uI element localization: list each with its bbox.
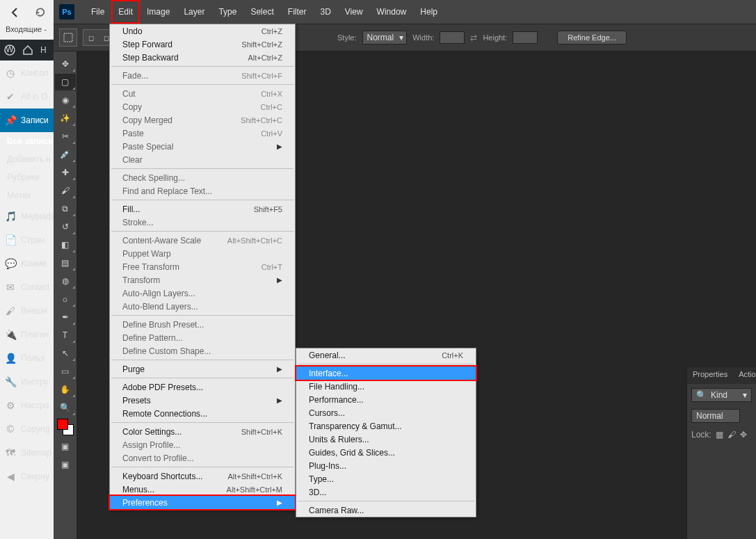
menu-item-preferences[interactable]: Preferences▶ — [110, 496, 295, 509]
wp-menu-item[interactable]: 🔌Плагин — [0, 323, 54, 346]
menu-item-color-settings[interactable]: Color Settings...Shift+Ctrl+K — [110, 425, 295, 438]
tab-actions[interactable]: Action — [733, 367, 756, 384]
wp-submenu-item[interactable]: Добавить н — [0, 150, 54, 168]
menu-item-adobe-pdf-presets[interactable]: Adobe PDF Presets... — [110, 380, 295, 394]
style-dropdown[interactable]: Normal▾ — [362, 31, 408, 45]
wp-menu-item[interactable]: 💬Комме — [0, 252, 54, 275]
menu-view[interactable]: View — [338, 0, 370, 24]
height-input[interactable] — [513, 31, 538, 44]
tool-eyedropper[interactable]: 💉 — [55, 146, 76, 163]
menu-item-purge[interactable]: Purge▶ — [110, 362, 295, 376]
tool-type[interactable]: T — [55, 327, 76, 344]
tool-shape[interactable]: ▭ — [55, 363, 76, 380]
menu-select[interactable]: Select — [243, 0, 280, 24]
tool-dodge[interactable]: ☼ — [55, 291, 76, 307]
wp-menu-item[interactable]: 🗺Sitemap — [0, 441, 54, 465]
refine-edge-button[interactable]: Refine Edge... — [557, 31, 627, 45]
menu-item-general[interactable]: General...Ctrl+K — [296, 348, 476, 362]
menu-item-plug-ins[interactable]: Plug-Ins... — [296, 459, 476, 472]
selection-new-icon[interactable]: ◻ — [83, 30, 99, 45]
tool-marquee[interactable]: ▢ — [55, 74, 76, 90]
wp-menu-item[interactable]: 🎵Медиаф — [0, 204, 54, 228]
tool-history[interactable]: ↺ — [55, 218, 76, 235]
menu-edit[interactable]: Edit — [111, 0, 140, 24]
lock-paint-icon[interactable]: 🖌 — [727, 430, 736, 440]
tool-screenmode[interactable]: ▣ — [55, 456, 76, 473]
menu-item-undo[interactable]: UndoCtrl+Z — [110, 24, 295, 38]
menu-item-fill[interactable]: Fill...Shift+F5 — [110, 202, 295, 216]
wp-menu-item[interactable]: 📌Записи — [0, 108, 54, 132]
options-tool-icon[interactable] — [59, 29, 77, 47]
tool-gradient[interactable]: ▤ — [55, 255, 76, 271]
tool-move[interactable]: ✥ — [55, 56, 76, 72]
tool-heal[interactable]: ✚ — [55, 164, 76, 181]
tab-properties[interactable]: Properties — [687, 367, 733, 384]
menu-item-file-handling[interactable]: File Handling... — [296, 380, 476, 393]
blend-mode-dropdown[interactable]: Normal — [691, 409, 740, 423]
tool-path[interactable]: ↖ — [55, 345, 76, 362]
wp-menu-item[interactable]: 📄Стран — [0, 228, 54, 252]
menu-item-presets[interactable]: Presets▶ — [110, 394, 295, 407]
menu-item-step-backward[interactable]: Step BackwardAlt+Ctrl+Z — [110, 51, 295, 64]
wp-submenu-item[interactable]: Метки — [0, 186, 54, 204]
menu-filter[interactable]: Filter — [281, 0, 314, 24]
menu-item-step-forward[interactable]: Step ForwardShift+Ctrl+Z — [110, 38, 295, 51]
wp-menu-item[interactable]: ✉Contact — [0, 275, 54, 299]
tool-hand[interactable]: ✋ — [55, 381, 76, 398]
menu-item-camera-raw[interactable]: Camera Raw... — [296, 504, 476, 517]
lock-position-icon[interactable]: ✥ — [740, 430, 747, 440]
wp-menu-item[interactable]: ◷Консол — [0, 61, 54, 85]
tool-brush[interactable]: 🖌 — [55, 182, 76, 199]
wp-menu-item[interactable]: 👤Польз — [0, 346, 54, 370]
menu-image[interactable]: Image — [140, 0, 177, 24]
menu-item-copy-merged: Copy MergedShift+Ctrl+C — [110, 113, 295, 127]
tool-zoom[interactable]: 🔍 — [55, 399, 76, 416]
browser-back-button[interactable] — [6, 3, 25, 22]
tool-stamp[interactable]: ⧉ — [55, 200, 76, 217]
menu-item-label: Preferences — [122, 498, 168, 508]
menu-window[interactable]: Window — [370, 0, 414, 24]
tool-crop[interactable]: ✂ — [55, 128, 76, 145]
menu-item-performance[interactable]: Performance... — [296, 393, 476, 406]
menu-separator — [111, 360, 293, 360]
menu-help[interactable]: Help — [413, 0, 444, 24]
menu-item-keyboard-shortcuts[interactable]: Keyboard Shortcuts...Alt+Shift+Ctrl+K — [110, 469, 295, 483]
menu-item-menus[interactable]: Menus...Alt+Shift+Ctrl+M — [110, 483, 295, 496]
tool-pen[interactable]: ✒ — [55, 309, 76, 325]
menu-layer[interactable]: Layer — [177, 0, 211, 24]
wp-menu-item[interactable]: 🖌Внешн — [0, 299, 54, 323]
tool-lasso[interactable]: ◉ — [55, 92, 76, 108]
wp-menu-item[interactable]: ◀Сверну — [0, 465, 54, 488]
wp-menu-item[interactable]: ⚙Настро — [0, 394, 54, 417]
menu-item-type[interactable]: Type... — [296, 472, 476, 485]
menu-3d[interactable]: 3D — [313, 0, 337, 24]
kind-dropdown[interactable]: 🔍 Kind ▾ — [691, 388, 752, 402]
menu-item-units-rulers[interactable]: Units & Rulers... — [296, 433, 476, 446]
menu-item-cursors[interactable]: Cursors... — [296, 406, 476, 419]
tool-blur[interactable]: ◍ — [55, 273, 76, 289]
wp-submenu-item[interactable]: Рубрики — [0, 168, 54, 186]
menu-item-remote-connections[interactable]: Remote Connections... — [110, 407, 295, 420]
wp-menu-item[interactable]: 🔧Инстру — [0, 370, 54, 394]
menu-item-label: Type... — [309, 474, 334, 484]
tool-wand[interactable]: ✨ — [55, 110, 76, 127]
swap-icon[interactable]: ⇄ — [470, 33, 477, 42]
menu-file[interactable]: File — [84, 0, 111, 24]
menu-type[interactable]: Type — [211, 0, 243, 24]
wp-menu-item[interactable]: ✔All in O — [0, 85, 54, 108]
tool-quickmask[interactable]: ▣ — [55, 438, 76, 455]
foreground-color-swatch[interactable] — [57, 419, 68, 430]
browser-reload-button[interactable] — [31, 3, 50, 22]
color-swatches[interactable] — [57, 419, 74, 435]
wordpress-logo-icon[interactable]: W — [4, 45, 15, 56]
width-input[interactable] — [440, 31, 465, 44]
menu-item-3d[interactable]: 3D... — [296, 485, 476, 499]
lock-transparency-icon[interactable]: ▦ — [716, 430, 723, 440]
menu-item-interface[interactable]: Interface... — [296, 367, 476, 380]
wp-menu-item[interactable]: ©Copyrig — [0, 417, 54, 441]
menu-item-transparency-gamut[interactable]: Transparency & Gamut... — [296, 419, 476, 433]
menu-item-guides-grid-slices[interactable]: Guides, Grid & Slices... — [296, 446, 476, 459]
wp-submenu-item[interactable]: Все записи — [0, 132, 54, 150]
home-icon[interactable] — [22, 45, 33, 56]
tool-eraser[interactable]: ◧ — [55, 236, 76, 253]
